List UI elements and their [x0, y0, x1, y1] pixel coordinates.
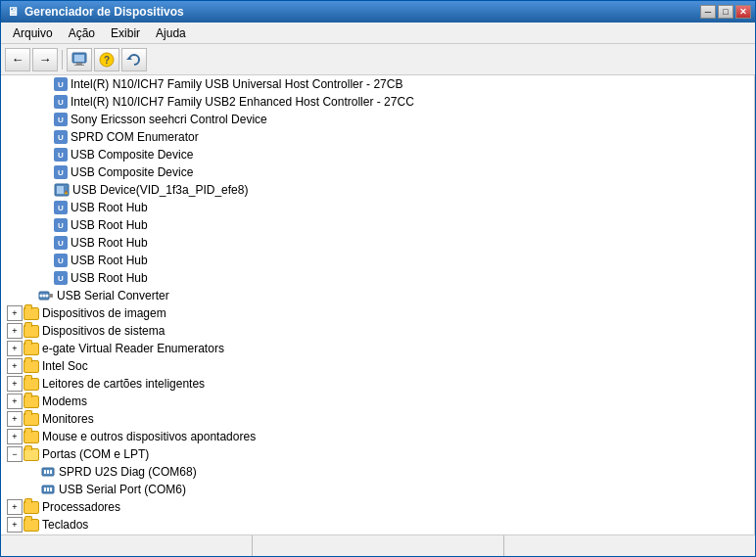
- tree-item[interactable]: + Intel Soc: [1, 357, 754, 375]
- tree-item[interactable]: + e-gate Virtual Reader Enumerators: [1, 340, 754, 357]
- back-button[interactable]: ←: [5, 48, 30, 71]
- app-icon: 🖥: [5, 4, 21, 20]
- menu-acao[interactable]: Ação: [61, 24, 103, 42]
- forward-button[interactable]: →: [32, 48, 58, 71]
- tree-item[interactable]: ! USB Device(VID_1f3a_PID_efe8): [1, 181, 754, 199]
- main-content: U Intel(R) N10/ICH7 Family USB Universal…: [1, 75, 755, 534]
- menu-exibir[interactable]: Exibir: [103, 24, 148, 42]
- tree-item-label: Mouse e outros dispositivos apontadores: [42, 430, 256, 443]
- title-bar: 🖥 Gerenciador de Dispositivos ─ □ ✕: [1, 1, 755, 23]
- svg-text:!: !: [66, 190, 67, 195]
- tree-item[interactable]: + Monitores: [1, 410, 754, 428]
- tree-item-label: e-gate Virtual Reader Enumerators: [42, 342, 224, 355]
- expand-button[interactable]: +: [7, 394, 23, 409]
- status-section-2: [253, 535, 504, 556]
- expand-button[interactable]: +: [7, 341, 23, 356]
- port-icon: [40, 482, 56, 497]
- window-title: Gerenciador de Dispositivos: [24, 5, 184, 19]
- tree-item-label: SPRD U2S Diag (COM68): [59, 465, 197, 479]
- folder-icon: [24, 378, 39, 391]
- refresh-button[interactable]: [121, 48, 147, 71]
- expand-button[interactable]: +: [7, 358, 23, 374]
- folder-icon: [24, 501, 39, 514]
- usb-icon: U: [54, 95, 68, 109]
- expand-button[interactable]: +: [7, 305, 23, 321]
- usb-icon: U: [54, 218, 68, 232]
- tree-item[interactable]: U USB Composite Device: [1, 146, 754, 163]
- tree-item[interactable]: + Processadores: [1, 498, 754, 516]
- main-window: 🖥 Gerenciador de Dispositivos ─ □ ✕ Arqu…: [0, 0, 756, 557]
- status-section-1: [1, 535, 253, 556]
- svg-rect-17: [44, 470, 46, 474]
- usb-icon: U: [54, 236, 68, 250]
- folder-icon: [24, 413, 39, 426]
- menu-arquivo[interactable]: Arquivo: [5, 24, 61, 42]
- folder-icon: [24, 325, 39, 338]
- help-icon: ?: [99, 52, 115, 68]
- svg-point-13: [40, 295, 43, 298]
- svg-marker-6: [126, 57, 132, 60]
- tree-item[interactable]: U USB Root Hub: [1, 216, 754, 234]
- svg-rect-3: [74, 65, 84, 66]
- svg-rect-1: [74, 55, 84, 62]
- tree-item[interactable]: + Dispositivos de sistema: [1, 322, 754, 340]
- tree-item-label: Intel(R) N10/ICH7 Family USB Universal H…: [71, 77, 402, 91]
- tree-item-label: Portas (COM e LPT): [42, 447, 149, 461]
- tree-item[interactable]: U SPRD COM Enumerator: [1, 128, 754, 146]
- tree-item[interactable]: + Dispositivos de imagem: [1, 304, 754, 322]
- help-button[interactable]: ?: [94, 48, 119, 71]
- tree-item[interactable]: + Leitores de cartões inteligentes: [1, 375, 754, 393]
- folder-icon: [24, 395, 39, 408]
- tree-item-label: Dispositivos de imagem: [42, 306, 166, 320]
- folder-icon: [24, 431, 39, 443]
- computer-button[interactable]: [67, 48, 92, 71]
- device-tree[interactable]: U Intel(R) N10/ICH7 Family USB Universal…: [1, 75, 755, 534]
- expand-button[interactable]: +: [7, 429, 23, 444]
- svg-point-14: [43, 295, 46, 298]
- tree-item-label: Sony Ericsson seehcri Control Device: [71, 113, 267, 126]
- tree-item-label: Processadores: [42, 500, 120, 514]
- tree-item[interactable]: U Intel(R) N10/ICH7 Family USB Universal…: [1, 75, 754, 93]
- tree-item[interactable]: + Modems: [1, 393, 754, 410]
- tree-item-label: USB Composite Device: [71, 165, 193, 179]
- toolbar-separator-1: [62, 50, 63, 70]
- tree-item[interactable]: U USB Root Hub: [1, 234, 754, 252]
- svg-rect-18: [47, 470, 49, 474]
- usb-icon: U: [54, 201, 68, 214]
- tree-item[interactable]: USB Serial Port (COM6): [1, 481, 754, 498]
- tree-item-label: USB Device(VID_1f3a_PID_efe8): [72, 183, 248, 197]
- tree-item[interactable]: U Sony Ericsson seehcri Control Device: [1, 111, 754, 128]
- tree-item-label: Dispositivos de sistema: [42, 324, 165, 338]
- tree-item-label: Intel Soc: [42, 359, 88, 373]
- status-bar: [1, 534, 755, 556]
- tree-item[interactable]: U USB Root Hub: [1, 269, 754, 287]
- menu-ajuda[interactable]: Ajuda: [148, 24, 194, 42]
- expand-button[interactable]: +: [7, 499, 23, 515]
- tree-item[interactable]: U USB Composite Device: [1, 163, 754, 181]
- tree-item[interactable]: U USB Root Hub: [1, 252, 754, 269]
- tree-item-label: USB Root Hub: [71, 236, 148, 250]
- tree-item[interactable]: U Intel(R) N10/ICH7 Family USB2 Enhanced…: [1, 93, 754, 111]
- close-button[interactable]: ✕: [735, 5, 751, 19]
- expand-button[interactable]: +: [7, 376, 23, 392]
- folder-icon: [24, 360, 39, 373]
- tree-item[interactable]: SPRD U2S Diag (COM68): [1, 463, 754, 481]
- tree-item[interactable]: U USB Root Hub: [1, 199, 754, 216]
- folder-icon: [24, 519, 39, 532]
- maximize-button[interactable]: □: [718, 5, 733, 19]
- tree-item[interactable]: USB Serial Converter: [1, 287, 754, 304]
- tree-item[interactable]: + Teclados: [1, 516, 754, 534]
- svg-rect-12: [49, 294, 53, 298]
- expand-button[interactable]: +: [7, 517, 23, 533]
- folder-icon: [24, 343, 39, 355]
- svg-rect-2: [76, 63, 82, 65]
- expand-button[interactable]: +: [7, 411, 23, 427]
- tree-item[interactable]: − Portas (COM e LPT): [1, 445, 754, 463]
- expand-button[interactable]: +: [7, 323, 23, 339]
- expand-button[interactable]: −: [7, 446, 23, 462]
- tree-item-label: USB Serial Port (COM6): [59, 483, 186, 496]
- tree-item-label: USB Root Hub: [71, 271, 148, 285]
- minimize-button[interactable]: ─: [700, 5, 716, 19]
- tree-item[interactable]: + Mouse e outros dispositivos apontadore…: [1, 428, 754, 445]
- folder-open-icon: [24, 448, 39, 461]
